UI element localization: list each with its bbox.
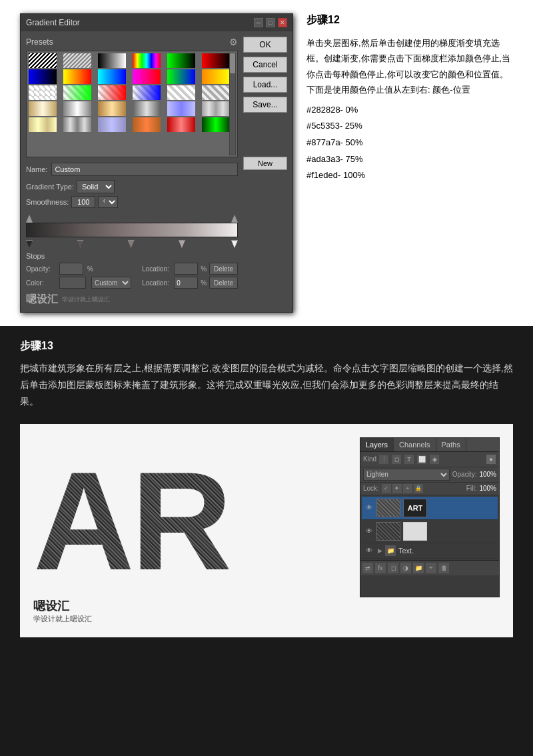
lock-pixels-icon[interactable]: ✓	[382, 484, 391, 493]
stops-section: Stops Opacity: % Location: % Delete	[26, 252, 238, 289]
name-row: Name:	[26, 163, 238, 176]
load-button[interactable]: Load...	[243, 77, 287, 93]
lock-position-icon[interactable]: ✦	[392, 484, 402, 493]
presets-grid[interactable]	[26, 51, 238, 157]
color-location-input[interactable]	[174, 277, 198, 289]
presets-swatches	[29, 53, 235, 132]
swatch-4[interactable]	[133, 53, 161, 68]
blend-mode-select[interactable]: Lighten Normal Multiply	[363, 469, 450, 481]
dialog-left: Presets ⚙	[26, 37, 238, 307]
swatch-2[interactable]	[63, 53, 91, 68]
gradient-type-select[interactable]: Solid Noise	[77, 180, 115, 193]
layer-item-mask[interactable]: 👁	[362, 520, 498, 543]
swatch-28[interactable]	[133, 117, 161, 132]
swatch-17[interactable]	[167, 85, 195, 100]
swatch-12[interactable]	[202, 69, 230, 84]
presets-header: Presets ⚙	[26, 37, 238, 47]
new-adjustment-icon[interactable]: ◑	[400, 563, 411, 573]
opacity-input[interactable]	[59, 263, 83, 275]
delete-layer-icon[interactable]: 🗑	[438, 563, 449, 573]
swatch-6[interactable]	[202, 53, 230, 68]
new-layer-icon[interactable]: +	[426, 563, 436, 573]
tab-paths[interactable]: Paths	[436, 438, 466, 451]
smoothness-input[interactable]	[71, 196, 95, 208]
swatch-24[interactable]	[202, 101, 230, 116]
swatch-7[interactable]	[29, 69, 57, 84]
visibility-eye-art[interactable]: 👁	[364, 503, 374, 513]
restore-button[interactable]: □	[266, 18, 275, 27]
pixel-filter-icon[interactable]: ◻	[391, 454, 402, 465]
opacity-stop-left[interactable]	[26, 215, 33, 223]
visibility-eye-text[interactable]: 👁	[364, 546, 374, 555]
layers-list: 👁 ART 👁 👁 ▶ 📁	[360, 495, 499, 560]
swatch-21[interactable]	[98, 101, 126, 116]
gear-icon[interactable]: ⚙	[229, 37, 238, 47]
swatch-10[interactable]	[133, 69, 161, 84]
swatch-3[interactable]	[98, 53, 126, 68]
opacity-stop-right[interactable]	[231, 215, 238, 223]
swatch-25[interactable]	[29, 117, 57, 132]
gradient-bar[interactable]	[26, 223, 238, 237]
presets-scrollbar[interactable]	[229, 53, 236, 155]
layer-item-art[interactable]: 👁 ART	[362, 497, 498, 520]
new-group-icon[interactable]: 📁	[413, 563, 424, 573]
swatch-22[interactable]	[133, 101, 161, 116]
layer-expand-icon[interactable]: ▶	[378, 547, 382, 554]
smoothness-unit-select[interactable]: %	[98, 196, 118, 208]
swatch-14[interactable]	[63, 85, 91, 100]
layer-item-text[interactable]: 👁 ▶ 📁 Text.	[362, 543, 498, 559]
swatch-23[interactable]	[167, 101, 195, 116]
swatch-19[interactable]	[29, 101, 57, 116]
lock-all-icon[interactable]: +	[403, 484, 412, 493]
link-layers-icon[interactable]: ⇌	[362, 563, 373, 573]
swatch-5[interactable]	[167, 53, 195, 68]
cancel-button[interactable]: Cancel	[243, 57, 287, 73]
color-delete-button[interactable]: Delete	[209, 277, 238, 289]
color-stop-100[interactable]	[231, 240, 238, 248]
color-swatch[interactable]	[59, 277, 86, 289]
swatch-18[interactable]	[202, 85, 230, 100]
tab-layers[interactable]: Layers	[360, 438, 394, 451]
swatch-29[interactable]	[167, 117, 195, 132]
visibility-eye-mask[interactable]: 👁	[364, 527, 374, 536]
swatch-16[interactable]	[133, 85, 161, 100]
color-stop-0[interactable]	[26, 240, 33, 248]
swatch-27[interactable]	[98, 117, 126, 132]
opacity-delete-button[interactable]: Delete	[209, 263, 238, 275]
gradient-editor-dialog: Gradient Editor ─ □ ✕ Presets ⚙	[20, 13, 293, 313]
ok-button[interactable]: OK	[243, 37, 287, 53]
color-stop-75[interactable]	[179, 240, 185, 248]
save-button[interactable]: Save...	[243, 97, 287, 113]
swatch-11[interactable]	[167, 69, 195, 84]
opacity-label: Opacity:	[452, 471, 477, 478]
add-mask-icon[interactable]: ◻	[388, 563, 398, 573]
swatch-30[interactable]	[202, 117, 230, 132]
color-source-select[interactable]: Custom	[91, 277, 131, 289]
color-stop-25[interactable]	[77, 240, 83, 248]
filter-icon[interactable]: ⋮	[378, 454, 389, 465]
name-input[interactable]	[51, 163, 238, 176]
tab-channels[interactable]: Channels	[394, 438, 436, 451]
smart-filter-icon[interactable]: ◈	[429, 454, 440, 465]
watermark-tagline: 学设计就上嗯设汇	[33, 614, 229, 624]
toggle-filter-icon[interactable]: ●	[486, 454, 496, 465]
minimize-button[interactable]: ─	[254, 18, 263, 27]
swatch-9[interactable]	[98, 69, 126, 84]
swatch-26[interactable]	[63, 117, 91, 132]
type-filter-icon[interactable]: T	[404, 454, 414, 465]
location-input[interactable]	[174, 263, 198, 275]
new-button[interactable]: New	[243, 157, 287, 170]
swatch-13[interactable]	[29, 85, 57, 100]
color-location-label: Location:	[142, 279, 171, 287]
color-stops-list: #282828- 0% #5c5353- 25% #877a7a- 50% #a…	[306, 102, 513, 184]
dialog-watermark-logo: 嗯设汇	[26, 293, 58, 307]
swatch-15[interactable]	[98, 85, 126, 100]
lock-artboard-icon[interactable]: 🔒	[414, 484, 423, 493]
swatch-1[interactable]	[29, 53, 57, 68]
swatch-8[interactable]	[63, 69, 91, 84]
close-button[interactable]: ✕	[278, 18, 287, 27]
color-stop-50[interactable]	[128, 240, 135, 248]
layer-style-icon[interactable]: fx	[375, 563, 386, 573]
swatch-20[interactable]	[63, 101, 91, 116]
shape-filter-icon[interactable]: ⬜	[416, 454, 427, 465]
